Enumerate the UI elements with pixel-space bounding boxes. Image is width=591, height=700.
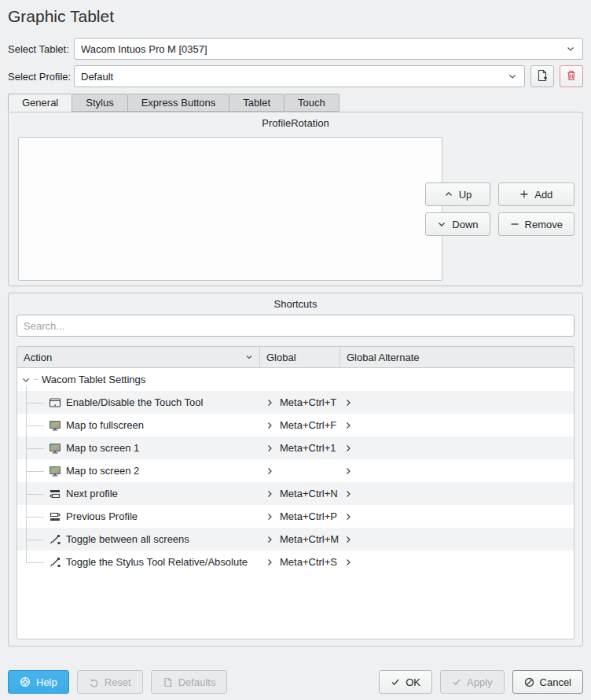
shortcuts-title: Shortcuts	[9, 293, 582, 310]
global-shortcut: Meta+Ctrl+F	[280, 419, 336, 431]
ok-button[interactable]: OK	[379, 670, 432, 694]
global-shortcut-cell[interactable]	[260, 459, 340, 482]
column-header-global-alternate[interactable]: Global Alternate	[340, 347, 574, 367]
new-profile-icon	[536, 69, 549, 84]
tab-touch[interactable]: Touch	[284, 94, 340, 112]
tree-row-group[interactable]: Wacom Tablet Settings	[17, 368, 574, 391]
chevron-right-icon	[344, 558, 352, 566]
chevron-right-icon	[344, 444, 352, 452]
tab-express-buttons[interactable]: Express Buttons	[127, 94, 229, 112]
global-alternate-cell[interactable]	[340, 391, 574, 414]
trash-icon	[565, 69, 578, 84]
global-shortcut-cell[interactable]: Meta+Ctrl+T	[260, 391, 340, 414]
reset-button[interactable]: Reset	[77, 670, 143, 694]
profile-rotation-list[interactable]	[18, 137, 442, 281]
shortcut-row[interactable]: Toggle the Stylus Tool Relative/Absolute…	[17, 551, 574, 573]
cancel-button[interactable]: Cancel	[512, 670, 583, 694]
apply-button[interactable]: Apply	[440, 670, 505, 694]
chevron-right-icon	[266, 490, 273, 498]
chevron-right-icon	[266, 422, 273, 429]
previous-profile-icon	[49, 510, 61, 523]
dialog-button-box: Help Reset Defaults OK Apply Cancel	[8, 670, 583, 694]
down-button[interactable]: Down	[425, 212, 490, 236]
global-alternate-cell[interactable]	[340, 551, 574, 573]
action-label: Map to fullscreen	[66, 419, 144, 431]
chevron-down-icon	[565, 43, 576, 54]
global-shortcut: Meta+Ctrl+S	[280, 556, 337, 568]
help-button[interactable]: Help	[8, 670, 69, 694]
chevron-down-icon	[507, 71, 518, 82]
action-label: Map to screen 2	[66, 465, 139, 477]
shortcut-row[interactable]: Enable/Disable the Touch Tool Meta+Ctrl+…	[17, 391, 574, 414]
shortcuts-table-header: Action Global Global Alternate	[17, 347, 574, 368]
tab-general[interactable]: General	[8, 94, 72, 112]
global-alternate-cell[interactable]	[340, 414, 574, 437]
shortcuts-table: Action Global Global Alternate Wacom Tab…	[17, 346, 574, 639]
chevron-right-icon	[344, 422, 352, 429]
chevron-right-icon	[266, 399, 273, 407]
global-shortcut: Meta+Ctrl+M	[280, 533, 339, 545]
chevron-up-icon	[444, 190, 453, 199]
global-shortcut-cell[interactable]: Meta+Ctrl+F	[260, 414, 340, 437]
sort-indicator-icon	[245, 353, 253, 361]
action-label: Previous Profile	[66, 510, 138, 522]
add-button[interactable]: Add	[498, 182, 574, 206]
remove-button-label: Remove	[525, 219, 563, 230]
chevron-right-icon	[266, 513, 273, 521]
shortcut-row[interactable]: Next profile Meta+Ctrl+N	[17, 482, 574, 505]
expander-chevron-down-icon[interactable]	[21, 375, 31, 385]
shortcut-row[interactable]: Map to screen 1 Meta+Ctrl+1	[17, 437, 574, 459]
global-alternate-cell[interactable]	[340, 459, 574, 482]
defaults-button[interactable]: Defaults	[151, 670, 228, 694]
apply-button-label: Apply	[467, 676, 493, 688]
delete-profile-button[interactable]	[560, 65, 583, 87]
check-icon	[391, 677, 400, 687]
chevron-right-icon	[266, 467, 273, 475]
chevron-right-icon	[344, 399, 352, 407]
profile-rotation-buttons: Up Add Down Remove	[425, 182, 574, 236]
remove-button[interactable]: Remove	[498, 212, 574, 236]
global-alternate-cell[interactable]	[340, 482, 574, 505]
shortcuts-group: Shortcuts Action Global Global Alternate…	[8, 293, 583, 647]
global-shortcut-cell[interactable]: Meta+Ctrl+M	[260, 528, 340, 551]
global-shortcut-cell[interactable]: Meta+Ctrl+P	[260, 505, 340, 528]
plus-icon	[519, 190, 529, 199]
column-header-global[interactable]: Global	[260, 347, 340, 367]
global-alternate-cell[interactable]	[340, 437, 574, 459]
monitor-icon	[49, 419, 61, 432]
select-profile-row: Select Profile: Default	[8, 65, 583, 87]
document-revert-icon	[163, 677, 173, 687]
column-header-action-label: Action	[24, 352, 52, 363]
chevron-right-icon	[266, 536, 273, 543]
tab-stylus[interactable]: Stylus	[72, 94, 127, 112]
undo-icon	[89, 677, 99, 687]
global-alternate-cell[interactable]	[340, 528, 574, 551]
global-shortcut-cell[interactable]: Meta+Ctrl+N	[260, 482, 340, 505]
up-button-label: Up	[459, 189, 472, 201]
column-header-action[interactable]: Action	[17, 347, 260, 367]
shortcut-row[interactable]: Previous Profile Meta+Ctrl+P	[17, 505, 574, 528]
shortcut-row[interactable]: Map to fullscreen Meta+Ctrl+F	[17, 414, 574, 437]
next-profile-icon	[49, 488, 61, 500]
monitor-icon	[49, 442, 61, 455]
shortcut-row[interactable]: Toggle between all screens Meta+Ctrl+M	[17, 528, 574, 551]
profile-combobox[interactable]: Default	[74, 65, 525, 87]
tab-tablet[interactable]: Tablet	[229, 94, 284, 112]
global-shortcut-cell[interactable]: Meta+Ctrl+S	[260, 551, 340, 573]
global-alternate-cell[interactable]	[340, 505, 574, 528]
global-shortcut: Meta+Ctrl+T	[280, 396, 336, 408]
down-button-label: Down	[452, 219, 478, 230]
group-row-label: Wacom Tablet Settings	[42, 374, 145, 385]
stylus-icon	[49, 533, 61, 546]
help-icon	[20, 676, 31, 687]
up-button[interactable]: Up	[425, 182, 490, 206]
global-shortcut-cell[interactable]: Meta+Ctrl+1	[260, 437, 340, 459]
tablet-combobox[interactable]: Wacom Intuos Pro M [0357]	[74, 38, 583, 60]
reset-button-label: Reset	[105, 676, 131, 688]
action-label: Toggle between all screens	[66, 533, 189, 545]
shortcut-row[interactable]: Map to screen 2	[17, 459, 574, 482]
select-profile-label: Select Profile:	[8, 71, 74, 83]
search-input[interactable]	[17, 315, 574, 337]
tablet-combobox-value: Wacom Intuos Pro M [0357]	[81, 43, 565, 55]
new-profile-button[interactable]	[530, 65, 554, 87]
